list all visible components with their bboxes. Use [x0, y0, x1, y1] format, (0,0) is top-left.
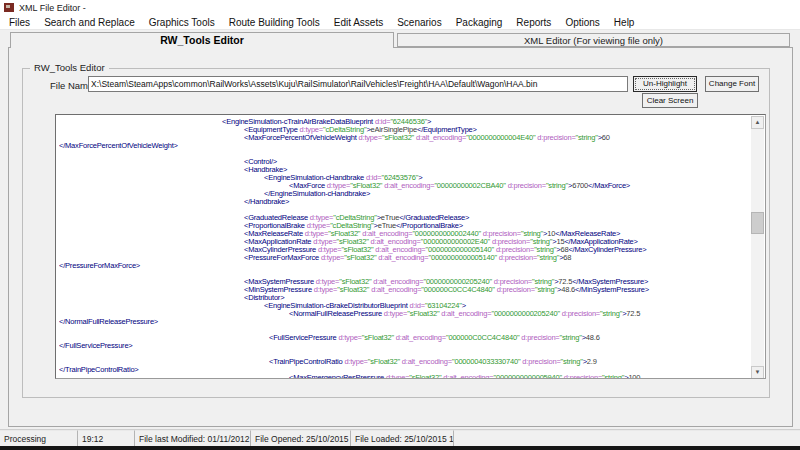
menu-item-route-building-tools[interactable]: Route Building Tools: [222, 15, 327, 30]
app-icon: [4, 3, 14, 12]
tab-rw-tools-editor[interactable]: RW_Tools Editor: [10, 32, 394, 48]
xml-line: </PressureForMaxForce>: [59, 262, 751, 270]
status-panel-4: File Loaded: 25/10/2015 19:10:50: [351, 430, 454, 447]
xml-line: <MinSystemPressure d:type="sFloat32" d:a…: [59, 286, 751, 294]
xml-editor-area[interactable]: <EngineSimulation-cTrainAirBrakeDataBlue…: [55, 114, 766, 379]
xml-line: </NormalFullReleasePressure>: [59, 318, 751, 326]
xml-content[interactable]: <EngineSimulation-cTrainAirBrakeDataBlue…: [59, 118, 751, 378]
vertical-scrollbar[interactable]: ▲ ▼: [751, 116, 764, 379]
xml-line: </Handbrake>: [59, 198, 751, 206]
menu-item-help[interactable]: Help: [607, 15, 642, 30]
menu-item-packaging[interactable]: Packaging: [449, 15, 510, 30]
clear-screen-button[interactable]: Clear Screen: [642, 93, 698, 108]
xml-line: <Control/>: [59, 158, 751, 166]
menu-item-edit-assets[interactable]: Edit Assets: [327, 15, 390, 30]
xml-line: <PressureForMaxForce d:type="sFloat32" d…: [59, 254, 751, 262]
status-panel-3: File Opened: 25/10/2015 19:10:50: [251, 430, 351, 447]
file-name-input[interactable]: [88, 76, 628, 92]
tab-xml-editor-viewer[interactable]: XML Editor (For viewing file only): [397, 33, 790, 47]
menu-bar: FilesSearch and ReplaceGraphics ToolsRou…: [0, 15, 800, 30]
status-panel-2: File last Modified: 01/11/2012 23:52:38: [135, 430, 251, 447]
xml-line: <NormalFullReleasePressure d:type="sFloa…: [59, 310, 751, 318]
unhighlight-xml-button[interactable]: Un-Highlight XML: [633, 76, 697, 92]
menu-item-options[interactable]: Options: [558, 15, 606, 30]
scrollbar-thumb[interactable]: [751, 212, 764, 234]
scroll-down-icon[interactable]: ▼: [751, 366, 764, 379]
xml-line: <TrainPipeControlRatio d:type="sFloat32"…: [59, 358, 751, 366]
menu-item-reports[interactable]: Reports: [509, 15, 558, 30]
menu-item-files[interactable]: Files: [2, 15, 37, 30]
window-title: XML File Editor -: [19, 3, 86, 13]
status-panel-1: 19:12: [78, 430, 135, 447]
menu-item-scenarios[interactable]: Scenarios: [390, 15, 448, 30]
xml-line: <MaxEmergencyResPressure d:type="sFloat3…: [59, 374, 751, 378]
menu-item-search-and-replace[interactable]: Search and Replace: [37, 15, 142, 30]
status-panel-empty: [454, 430, 800, 447]
xml-line: <MaxForce d:type="sFloat32" d:alt_encodi…: [59, 182, 751, 190]
xml-line: </FullServicePressure>: [59, 342, 751, 350]
xml-line: </EngineSimulation-cHandbrake>: [59, 190, 751, 198]
xml-line: [59, 150, 751, 158]
change-font-button[interactable]: Change Font: [705, 76, 759, 92]
status-panel-0: Processing: [0, 430, 78, 447]
menu-item-graphics-tools[interactable]: Graphics Tools: [142, 15, 222, 30]
group-box-title: RW_Tools Editor: [30, 62, 109, 73]
xml-line: </MaxForcePercentOfVehicleWeight>: [59, 142, 751, 150]
taskbar-edge: [0, 446, 800, 450]
status-bar: Processing19:12File last Modified: 01/11…: [0, 429, 800, 446]
xml-line: <FullServicePressure d:type="sFloat32" d…: [59, 334, 751, 342]
title-bar: XML File Editor -: [0, 0, 800, 15]
scroll-up-icon[interactable]: ▲: [751, 116, 764, 129]
